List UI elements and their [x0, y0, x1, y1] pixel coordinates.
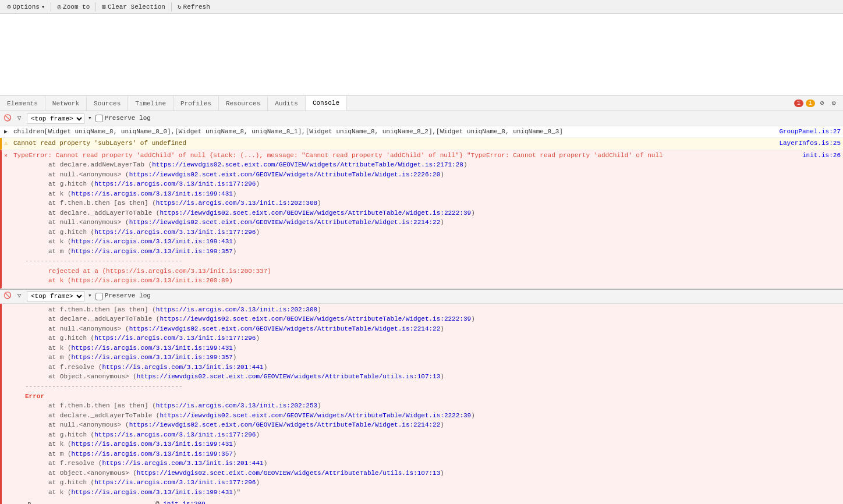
tab-profiles[interactable]: Profiles [173, 96, 219, 111]
stack-link-1-2[interactable]: https://is.arcgis.com/3.13/init.is:177:2… [94, 180, 256, 187]
frame-arrow-2[interactable]: ▾ [88, 292, 92, 300]
stack-link-3-0[interactable]: https://is.arcgis.com/3.13/init.is:202:2… [156, 402, 317, 409]
stack-line-3-2: at null.<anonymous> (https://iewvdgis02.… [13, 420, 447, 430]
stack-link-1-6[interactable]: https://iewvdgis02.scet.eixt.com/GEOVIEW… [129, 219, 441, 226]
msg-content-3: TypeError: Cannot read property 'addChil… [13, 151, 798, 160]
callstack-table: n @ init.is:209 (anonymous function) @ i… [25, 499, 208, 504]
stack-link-3-3[interactable]: https://is.arcgis.com/3.13/init.is:177:2… [94, 431, 256, 438]
tab-sources[interactable]: Sources [87, 96, 128, 111]
refresh-button[interactable]: ↻ Refresh [175, 2, 212, 12]
stack-link-1-5[interactable]: https://iewvdgis02.scet.eixt.com/GEOVIEW… [160, 210, 471, 216]
error-icon-1: ✕ [4, 152, 8, 160]
stack-link-1-3[interactable]: https://is.arcgis.com/3.13/init.is:199:4… [72, 190, 233, 197]
rejected-link-2[interactable]: https://is.arcgis.com/3.13/init.is:200:8… [72, 277, 229, 284]
stack-link-2-4[interactable]: https://is.arcgis.com/3.13/init.is:199:4… [72, 345, 233, 352]
filter-icon[interactable]: ▽ [15, 115, 23, 123]
stack-link-3-9[interactable]: https://is.arcgis.com/3.13/init.is:199:4… [72, 489, 233, 496]
stop-on-exception-icon[interactable]: ⊘ [817, 99, 827, 108]
preserve-log-checkbox-2[interactable] [95, 293, 103, 300]
refresh-icon: ↻ [178, 3, 182, 10]
clear-console-icon[interactable]: 🚫 [3, 115, 12, 123]
stack-link-2-2[interactable]: https://iewvdgis02.scet.eixt.com/GEOVIEW… [129, 325, 441, 332]
msg-source-2[interactable]: LayerInfos.is:25 [779, 139, 841, 148]
tab-network-label: Network [52, 100, 79, 107]
tab-console[interactable]: Console [306, 96, 347, 111]
msg-content-1: children[Widget uniqName_8, uniqName_8_0… [13, 127, 774, 136]
preserve-log-label[interactable]: Preserve log [95, 114, 151, 123]
clear-console-icon-2[interactable]: 🚫 [3, 292, 12, 300]
frame-select-2[interactable]: <top frame> [27, 291, 84, 301]
stack-line-1-9: at m (https://is.arcgis.com/3.13/init.is… [13, 247, 239, 257]
stack-link-3-6[interactable]: https://is.arcgis.com/3.13/init.is:201:4… [102, 460, 263, 467]
stack-line-1-3: at k (https://is.arcgis.com/3.13/init.is… [13, 189, 239, 199]
stack-link-1-4[interactable]: https://is.arcgis.com/3.13/init.is:202:3… [156, 200, 317, 207]
stack-link-3-5[interactable]: https://is.arcgis.com/3.13/init.is:199:3… [72, 450, 233, 457]
divider-1: ----------------------------------------… [13, 256, 185, 266]
msg-source-1[interactable]: GroupPanel.is:27 [779, 127, 841, 136]
stack-link-1-9[interactable]: https://is.arcgis.com/3.13/init.is:199:3… [72, 248, 233, 255]
msg-source-link-3[interactable]: init.is:26 [802, 152, 841, 159]
rejected-link-1[interactable]: https://is.arcgis.com/3.13/init.is:200:3… [106, 268, 267, 275]
tab-network[interactable]: Network [45, 96, 87, 111]
stack-link-2-7[interactable]: https://iewvdgis02.scet.eixt.com/GEOVIEW… [137, 373, 441, 380]
preserve-log-text-2: Preserve log [105, 292, 151, 300]
stack-link-1-8[interactable]: https://is.arcgis.com/3.13/init.is:199:4… [72, 238, 233, 245]
zoom-to-button[interactable]: ◎ Zoom to [55, 2, 92, 12]
stack-link-3-8[interactable]: https://is.arcgis.com/3.13/init.is:177:2… [94, 479, 256, 486]
tab-elements[interactable]: Elements [0, 96, 45, 111]
stack-link-3-4[interactable]: https://is.arcgis.com/3.13/init.is:199:4… [72, 441, 233, 448]
rejected-line-2: at k (https://is.arcgis.com/3.13/init.is… [13, 276, 235, 286]
console-msg-error-2: at f.then.b.then [as then] (https://is.a… [0, 304, 843, 504]
filter-icon-2[interactable]: ▽ [15, 292, 23, 300]
devtools-panel: Elements Network Sources Timeline Profil… [0, 95, 843, 504]
stack-link-1-7[interactable]: https://is.arcgis.com/3.13/init.is:177:2… [94, 229, 256, 236]
console-toolbar-1: 🚫 ▽ <top frame> ▾ Preserve log [0, 111, 843, 126]
stack-link-2-5[interactable]: https://is.arcgis.com/3.13/init.is:199:3… [72, 354, 233, 361]
callstack-header: n @ init.is:209 (anonymous function) @ i… [13, 497, 210, 504]
console-msg-warning-1: ⚠ Cannot read property 'subLayers' of un… [0, 138, 843, 150]
top-toolbar: ⚙ Options ▾ ◎ Zoom to ⊠ Clear Selection … [0, 0, 843, 14]
stack-link-2-0[interactable]: https://is.arcgis.com/3.13/init.is:202:3… [156, 306, 317, 313]
divider-2: ----------------------------------------… [13, 382, 185, 392]
stack-link-2-6[interactable]: https://is.arcgis.com/3.13/init.is:201:4… [102, 364, 263, 371]
stack-line-2-5: at m (https://is.arcgis.com/3.13/init.is… [13, 353, 239, 363]
stack-link-3-2[interactable]: https://iewvdgis02.scet.eixt.com/GEOVIEW… [129, 421, 441, 428]
stack-line-2-2: at null.<anonymous> (https://iewvdgis02.… [13, 324, 447, 334]
stack-line-1-0: at declare.addNewLayerTab (https://iewvd… [13, 160, 470, 170]
stack-line-1-2: at g.hitch (https://is.arcgis.com/3.13/i… [13, 179, 262, 189]
preserve-log-text: Preserve log [105, 114, 151, 123]
tab-resources[interactable]: Resources [219, 96, 268, 111]
stack-line-2-6: at f.resolve (https://is.arcgis.com/3.13… [13, 363, 270, 372]
options-label: Options [13, 3, 40, 10]
options-button[interactable]: ⚙ Options ▾ [5, 2, 47, 12]
stack-link-1-0[interactable]: https://iewvdgis02.scet.eixt.com/GEOVIEW… [152, 161, 463, 168]
rejected-line-1: rejected at a (https://is.arcgis.com/3.1… [13, 267, 274, 276]
msg-source-3[interactable]: init.is:26 [802, 151, 841, 160]
stack-line-3-4: at k (https://is.arcgis.com/3.13/init.is… [13, 439, 239, 449]
info-icon: ▶ [4, 128, 8, 136]
stack-line-3-0: at f.then.b.then [as then] (https://is.a… [13, 401, 324, 411]
zoom-to-label: Zoom to [63, 3, 90, 10]
tab-sources-label: Sources [94, 100, 121, 107]
stack-line-3-3: at g.hitch (https://is.arcgis.com/3.13/i… [13, 430, 262, 440]
stack-link-2-1[interactable]: https://iewvdgis02.scet.eixt.com/GEOVIEW… [160, 315, 471, 322]
stack-link-3-7[interactable]: https://iewvdgis02.scet.eixt.com/GEOVIEW… [137, 470, 441, 477]
settings-icon[interactable]: ⚙ [829, 99, 838, 108]
toolbar-separator-1 [51, 2, 51, 12]
stack-link-2-3[interactable]: https://is.arcgis.com/3.13/init.is:177:2… [94, 335, 256, 342]
msg-text-2: Cannot read property 'subLayers' of unde… [13, 140, 186, 147]
preserve-log-checkbox[interactable] [95, 115, 103, 122]
stack-link-3-1[interactable]: https://iewvdgis02.scet.eixt.com/GEOVIEW… [160, 412, 471, 419]
stack-link-1-1[interactable]: https://iewvdgis02.scet.eixt.com/GEOVIEW… [129, 171, 441, 178]
msg-source-link-1[interactable]: GroupPanel.is:27 [779, 128, 841, 135]
frame-select[interactable]: <top frame> [27, 113, 84, 124]
tab-audits[interactable]: Audits [268, 96, 306, 111]
clear-selection-button[interactable]: ⊠ Clear Selection [100, 2, 168, 12]
msg-source-link-2[interactable]: LayerInfos.is:25 [779, 140, 841, 147]
stack-line-1-4: at f.then.b.then [as then] (https://is.a… [13, 198, 324, 208]
stack-line-2-3: at g.hitch (https://is.arcgis.com/3.13/i… [13, 333, 262, 343]
preserve-log-label-2[interactable]: Preserve log [95, 292, 151, 300]
console-output[interactable]: 🚫 ▽ <top frame> ▾ Preserve log ▶ childre… [0, 111, 843, 504]
frame-arrow[interactable]: ▾ [88, 114, 92, 123]
tab-timeline[interactable]: Timeline [128, 96, 173, 111]
